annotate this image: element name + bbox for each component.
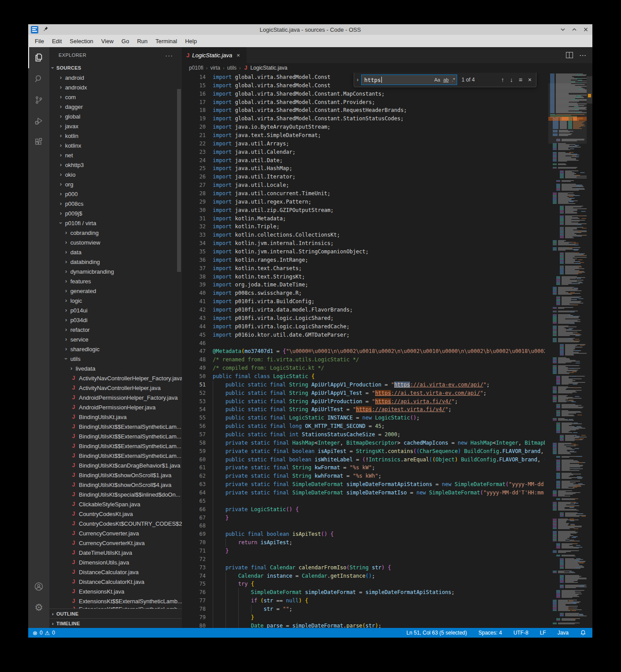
tree-item[interactable]: JBindingUtilsKt$$ExternalSyntheticLam... [49,451,182,460]
tree-item[interactable]: › sharedlogic [49,344,182,354]
tree-item[interactable]: › customview [49,238,182,247]
tree-item[interactable]: › p034di [49,315,182,325]
accounts-icon[interactable] [28,576,49,597]
code-editor[interactable]: 14import global.virta.SharedModel.Const1… [182,73,592,628]
tree-item[interactable]: JBindingUtilsKt.java [49,412,182,422]
tree-item[interactable]: › org [49,179,182,189]
scrollbar-thumb[interactable] [587,76,592,104]
code-pane[interactable]: 14import global.virta.SharedModel.Const1… [182,73,545,628]
tree-item[interactable]: › generated [49,286,182,296]
section-outline[interactable]: › OUTLINE [49,609,182,618]
tree-item[interactable]: › javax [49,121,182,131]
menu-view[interactable]: View [97,35,118,47]
tree-item[interactable]: › p000 [49,189,182,199]
settings-gear-icon[interactable]: ⚙ [28,597,49,618]
warnings-icon[interactable]: ⚠ [45,630,50,636]
tree-item[interactable]: JCurrencyConverterKt.java [49,538,182,548]
maximize-button[interactable] [571,26,577,33]
tree-item[interactable]: › cobranding [49,228,182,238]
menu-file[interactable]: File [31,35,48,47]
tree-item[interactable]: JExtensionsKt.java [49,587,182,596]
cursor-position[interactable]: Ln 51, Col 63 (5 selected) [407,630,467,636]
tree-item[interactable]: › p008cs [49,199,182,208]
explorer-icon[interactable] [28,47,49,68]
tree-item[interactable]: › p014ui [49,305,182,315]
tree-item[interactable]: JDistanceCalculatorKt.java [49,577,182,587]
run-debug-icon[interactable] [28,111,49,132]
split-editor-icon[interactable] [566,52,573,58]
overview-ruler[interactable] [587,73,592,628]
tab-close-icon[interactable]: × [237,52,240,59]
minimize-button[interactable] [560,26,566,33]
tree-item[interactable]: › okio [49,170,182,179]
tree-item[interactable]: › p010fi / virta [49,218,182,228]
tree-item[interactable]: › databinding [49,257,182,267]
tree-item[interactable]: JBindingUtilsKt$$ExternalSyntheticLam... [49,422,182,431]
tree-item[interactable]: JBindingUtilsKt$$ExternalSyntheticLam... [49,441,182,451]
tree-item[interactable]: › p009j$ [49,208,182,218]
errors-icon[interactable]: ⊗ [33,630,37,636]
tree-item[interactable]: JAndroidPermissionHelper_Factory.java [49,393,182,402]
sidebar-scrollbar[interactable] [177,89,181,272]
breadcrumb-item[interactable]: p010fi [189,65,203,71]
tree-item[interactable]: JActivityNavControllerHelper.java [49,383,182,393]
editor-more-icon[interactable]: ⋯ [579,51,586,59]
tree-item[interactable]: JClickableStyleSpan.java [49,499,182,509]
regex-toggle[interactable]: .* [452,77,455,82]
language-mode[interactable]: Java [558,630,569,636]
tree-item[interactable]: › dagger [49,102,182,111]
eol-sequence[interactable]: LF [540,630,546,636]
find-in-selection-icon[interactable]: ≡ [519,76,522,83]
tree-item[interactable]: › androidx [49,82,182,92]
tree-item[interactable]: JDistanceCalculator.java [49,567,182,577]
encoding[interactable]: UTF-8 [514,630,529,636]
tree-item[interactable]: › data [49,247,182,257]
tree-item[interactable]: › service [49,334,182,344]
tree-item[interactable]: JExtensionsKt$$ExternalSyntheticLamb... [49,596,182,606]
tree-item[interactable]: › global [49,111,182,121]
find-next-icon[interactable]: ↓ [510,76,513,83]
tree-item[interactable]: › android [49,73,182,82]
search-icon[interactable] [28,68,49,89]
tree-item[interactable]: › refactor [49,325,182,334]
menu-terminal[interactable]: Terminal [152,35,181,47]
section-sources[interactable]: › SOURCES [49,63,182,73]
minimap[interactable] [548,73,587,628]
tree-item[interactable]: › features [49,276,182,286]
tree-item[interactable]: JBindingUtilsKt$showOnScroll$4.java [49,480,182,490]
find-expand-icon[interactable]: › [354,77,361,83]
match-case-toggle[interactable]: Aa [434,77,440,82]
notifications-bell-icon[interactable] [580,630,586,636]
tree-item[interactable]: › livedata [49,364,182,373]
tree-item[interactable]: JDimensionUtils.java [49,557,182,567]
menu-run[interactable]: Run [133,35,152,47]
tree-item[interactable]: › dynamicbranding [49,267,182,276]
tree-item[interactable]: › kotlinx [49,141,182,150]
explorer-more-icon[interactable]: ··· [165,52,173,59]
tree-item[interactable]: JCountryCodesKt.java [49,509,182,519]
tree-item[interactable]: › kotlin [49,131,182,141]
tree-item[interactable]: › logic [49,296,182,305]
find-previous-icon[interactable]: ↑ [501,76,504,83]
breadcrumb-item[interactable]: utils [227,65,237,71]
tree-item[interactable]: › utils [49,354,182,364]
tree-item[interactable]: JBindingUtilsKt$special$$inlined$doOn... [49,490,182,499]
find-close-icon[interactable]: × [528,76,532,83]
tree-item[interactable]: JBindingUtilsKt$$ExternalSyntheticLam... [49,431,182,441]
tree-item[interactable]: JDateTimeUtilsKt.java [49,548,182,557]
menu-help[interactable]: Help [181,35,201,47]
menu-selection[interactable]: Selection [66,35,97,47]
tree-item[interactable]: › net [49,150,182,160]
breadcrumb-item[interactable]: LogicStatic.java [250,65,287,71]
tree-item[interactable]: JActivityNavControllerHelper_Factory.jav… [49,373,182,383]
menu-go[interactable]: Go [118,35,133,47]
tab-logicstatic[interactable]: J LogicStatic.java × [182,47,247,63]
close-button[interactable] [583,26,589,33]
indentation[interactable]: Spaces: 4 [478,630,502,636]
menu-edit[interactable]: Edit [48,35,66,47]
whole-word-toggle[interactable]: ab [443,77,448,82]
source-control-icon[interactable] [28,89,49,111]
section-timeline[interactable]: › TIMELINE [49,618,182,628]
errors-count[interactable]: 0 [40,630,43,636]
tree-item[interactable]: JCountryCodesKt$COUNTRY_CODES$2.j... [49,519,182,528]
